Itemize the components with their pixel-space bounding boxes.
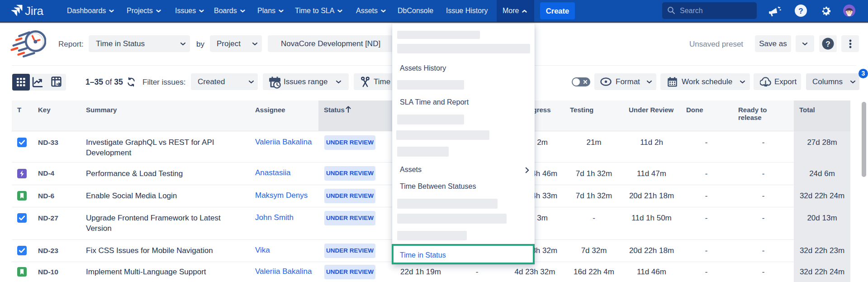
svg-text:?: ? (825, 40, 830, 48)
svg-text:?: ? (798, 7, 803, 15)
